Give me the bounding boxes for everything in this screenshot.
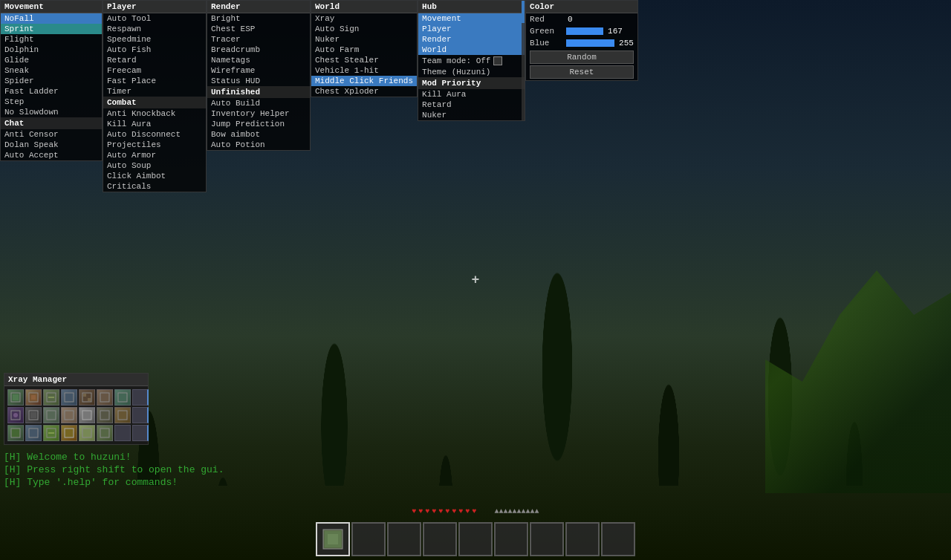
xray-slot-3[interactable] [43,389,59,406]
xray-slot-24[interactable] [132,425,149,441]
xray-slot-14[interactable] [97,407,113,423]
combat-killaura[interactable]: Kill Aura [103,119,206,129]
hub-nav-world[interactable]: World [418,45,525,55]
color-blue-bar[interactable] [566,39,614,47]
movement-sneak[interactable]: Sneak [1,65,102,76]
xray-slot-10[interactable] [25,407,42,423]
movement-sprint[interactable]: Sprint [1,24,102,34]
color-red-value: 0 [568,15,573,24]
xray-slot-5[interactable] [79,389,95,406]
movement-fastladder[interactable]: Fast Ladder [1,86,102,97]
xray-slot-20[interactable] [61,425,77,441]
combat-autosoup[interactable]: Auto Soup [103,160,206,171]
player-fastplace[interactable]: Fast Place [103,76,206,86]
unfinished-inventoryhelper[interactable]: Inventory Helper [207,108,310,119]
xray-slot-13[interactable] [79,407,95,423]
player-timer[interactable]: Timer [103,86,206,97]
combat-projectiles[interactable]: Projectiles [103,140,206,150]
team-mode-checkbox[interactable] [493,56,502,65]
xray-slot-21[interactable] [79,425,95,441]
xray-slot-7[interactable] [114,389,131,406]
hub-priority-killaura[interactable]: Kill Aura [418,89,525,100]
xray-slot-17[interactable] [7,425,24,441]
unfinished-autopotion[interactable]: Auto Potion [207,140,310,150]
player-speedmine[interactable]: Speedmine [103,34,206,45]
render-bright[interactable]: Bright [207,13,310,24]
hub-nav-player[interactable]: Player [418,24,525,34]
unfinished-jumpprediction[interactable]: Jump Prediction [207,119,310,129]
render-nametags[interactable]: Nametags [207,55,310,65]
render-tracer[interactable]: Tracer [207,34,310,45]
xray-slot-1[interactable] [7,389,24,406]
xray-slot-2[interactable] [25,389,42,406]
hub-nav-render[interactable]: Render [418,34,525,45]
movement-nofall[interactable]: NoFall [1,13,102,24]
render-wireframe[interactable]: Wireframe [207,65,310,76]
hub-scroll-thumb[interactable] [522,1,525,23]
player-respawn[interactable]: Respawn [103,24,206,34]
chat-anticensor[interactable]: Anti Censor [1,129,102,140]
heart-icon-10: ♥ [473,507,477,515]
world-autofarm[interactable]: Auto Farm [311,45,417,55]
combat-autodisconnect[interactable]: Auto Disconnect [103,129,206,140]
player-autofish[interactable]: Auto Fish [103,45,206,55]
player-freecam[interactable]: Freecam [103,65,206,76]
world-middleclickfriends[interactable]: Middle Click Friends [311,76,417,86]
xray-slot-18[interactable] [25,425,42,441]
hotbar-slot-4[interactable] [423,522,457,556]
xray-slot-4[interactable] [61,389,77,406]
status-bars: ♥ ♥ ♥ ♥ ♥ ♥ ♥ ♥ ♥ ♥ ▲▲▲▲▲▲▲▲▲▲ [412,507,539,515]
render-breadcrumb[interactable]: Breadcrumb [207,45,310,55]
hotbar-slot-3[interactable] [387,522,421,556]
world-chestxploder[interactable]: Chest Xploder [311,86,417,97]
xray-slot-22[interactable] [97,425,113,441]
movement-step[interactable]: Step [1,97,102,107]
movement-spider[interactable]: Spider [1,76,102,86]
movement-noslowdown[interactable]: No Slowdown [1,107,102,117]
world-xray[interactable]: Xray [311,13,417,24]
xray-slot-12[interactable] [61,407,77,423]
color-green-bar[interactable] [566,27,603,35]
unfinished-bowaimbot[interactable]: Bow aimbot [207,129,310,140]
hub-priority-retard[interactable]: Retard [418,100,525,110]
color-random-button[interactable]: Random [530,51,634,64]
world-vehicle1hit[interactable]: Vehicle 1-hit [311,65,417,76]
hotbar-slot-8[interactable] [565,522,600,556]
hub-theme[interactable]: Theme (Huzuni) [418,67,525,77]
hotbar-slot-7[interactable] [530,522,564,556]
hub-priority-nuker[interactable]: Nuker [418,110,525,120]
color-reset-button[interactable]: Reset [530,65,634,79]
movement-flight[interactable]: Flight [1,34,102,45]
player-autotool[interactable]: Auto Tool [103,13,206,24]
combat-clickaimbot[interactable]: Click Aimbot [103,171,206,181]
movement-dolphin[interactable]: Dolphin [1,45,102,55]
hub-nav-movement[interactable]: Movement [418,13,525,24]
xray-slot-16[interactable] [132,407,149,423]
world-nuker[interactable]: Nuker [311,34,417,45]
world-autosign[interactable]: Auto Sign [311,24,417,34]
xray-slot-6[interactable] [97,389,113,406]
hotbar-slot-2[interactable] [351,522,386,556]
xray-slot-19[interactable] [43,425,59,441]
chat-autoaccept[interactable]: Auto Accept [1,150,102,160]
hotbar-slot-6[interactable] [494,522,528,556]
player-retard[interactable]: Retard [103,55,206,65]
combat-criticals[interactable]: Criticals [103,181,206,192]
render-chestesp[interactable]: Chest ESP [207,24,310,34]
xray-slot-8[interactable] [132,389,149,406]
world-cheststealer[interactable]: Chest Stealer [311,55,417,65]
unfinished-autobuild[interactable]: Auto Build [207,98,310,108]
xray-slot-9[interactable] [7,407,24,423]
hotbar-slot-5[interactable] [458,522,493,556]
hotbar-slot-9[interactable] [601,522,635,556]
hotbar-slot-1[interactable] [316,522,350,556]
movement-glide[interactable]: Glide [1,55,102,65]
render-statushud[interactable]: Status HUD [207,76,310,86]
chat-dolanspeak[interactable]: Dolan Speak [1,140,102,150]
combat-header: Combat [103,97,206,108]
combat-autoarmor[interactable]: Auto Armor [103,150,206,160]
xray-slot-15[interactable] [114,407,131,423]
combat-antiknockback[interactable]: Anti Knockback [103,108,206,119]
xray-slot-11[interactable] [43,407,59,423]
xray-slot-23[interactable] [114,425,131,441]
